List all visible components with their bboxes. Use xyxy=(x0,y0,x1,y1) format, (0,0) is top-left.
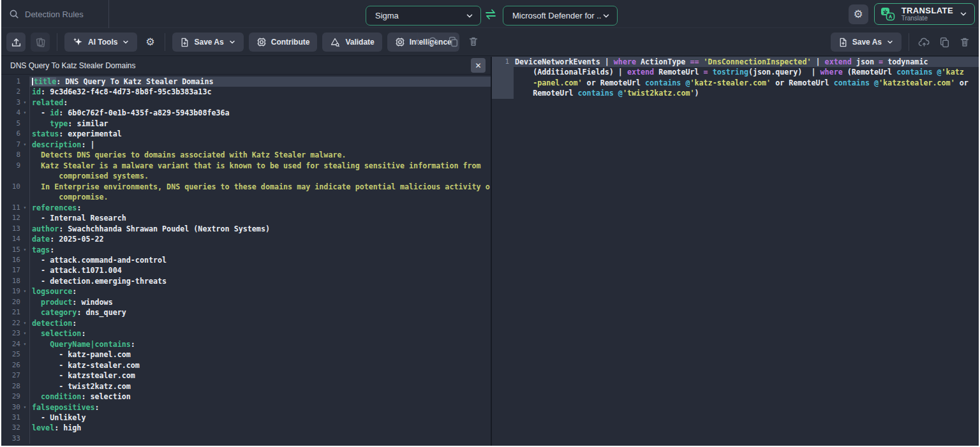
save-as-label: Save As xyxy=(194,38,223,47)
code-line[interactable]: compromise. xyxy=(1,192,491,202)
code-line[interactable]: 7▾description: | xyxy=(1,140,491,150)
code-line[interactable]: compromised systems. xyxy=(1,171,491,181)
ai-tools-button[interactable]: AI Tools xyxy=(64,33,137,52)
code-line[interactable]: (AdditionalFields) | extend RemoteUrl = … xyxy=(492,67,979,77)
code-line[interactable]: 16 - attack.command-and-control xyxy=(1,255,491,265)
toolbar-separator xyxy=(909,33,909,51)
code-line[interactable]: 19▾logsource: xyxy=(1,286,491,297)
code-line[interactable]: 22▾detection: xyxy=(1,318,491,328)
code-line[interactable]: 21 category: dns_query xyxy=(1,307,491,318)
sigma-rule-editor[interactable]: 1title: DNS Query To Katz Stealer Domain… xyxy=(1,75,491,446)
code-text: - katzstealer.com xyxy=(29,370,491,381)
target-platform-select[interactable]: Microsoft Defender for ... xyxy=(503,6,618,26)
chevron-down-icon xyxy=(465,11,474,20)
fold-arrow-icon[interactable]: ▾ xyxy=(20,318,29,328)
delete-button[interactable] xyxy=(957,34,972,50)
fold-gutter xyxy=(20,213,29,223)
code-line[interactable]: 14date: 2025-05-22 xyxy=(1,234,491,244)
line-number xyxy=(492,88,514,98)
code-text: - id: 6b0c762f-0e1b-435f-a829-5943b08fe3… xyxy=(29,108,491,118)
fold-arrow-icon[interactable]: ▾ xyxy=(20,402,29,413)
fold-arrow-icon[interactable]: ▾ xyxy=(20,245,29,255)
code-text: condition: selection xyxy=(29,392,491,402)
settings-button[interactable]: ⚙ xyxy=(849,4,868,24)
code-line[interactable]: 20 product: windows xyxy=(1,297,491,307)
fold-arrow-icon[interactable]: ▾ xyxy=(20,98,29,108)
code-line[interactable]: 1DeviceNetworkEvents | where ActionType … xyxy=(492,57,979,67)
gear-icon: ⚙ xyxy=(854,9,863,20)
cloud-upload-button[interactable] xyxy=(916,34,932,50)
code-line[interactable]: 23▾ selection: xyxy=(1,328,491,339)
validate-button[interactable]: Validate xyxy=(322,33,382,52)
fold-gutter xyxy=(20,434,29,444)
swap-platforms-icon[interactable] xyxy=(483,8,498,21)
line-number: 29 xyxy=(1,392,20,402)
save-as-button-right[interactable]: Save As xyxy=(831,33,902,52)
search-input[interactable]: Detection Rules xyxy=(1,0,109,28)
chevron-down-icon xyxy=(228,38,236,46)
rule-tab-bar: DNS Query To Katz Stealer Domains ✕ xyxy=(1,57,491,75)
fold-arrow-icon[interactable]: ▾ xyxy=(20,286,29,297)
code-text: compromised systems. xyxy=(29,171,491,181)
cloud-upload-button[interactable] xyxy=(425,34,440,49)
code-line[interactable]: 31 - Unlikely xyxy=(1,413,491,423)
fold-gutter xyxy=(20,370,29,381)
contribute-button[interactable]: Contribute xyxy=(249,33,318,52)
translated-query-editor[interactable]: 1DeviceNetworkEvents | where ActionType … xyxy=(492,57,979,446)
documents-button[interactable] xyxy=(31,33,50,52)
code-line[interactable]: 17 - attack.t1071.004 xyxy=(1,265,491,275)
delete-button[interactable] xyxy=(466,34,481,49)
code-line[interactable]: 3▾related: xyxy=(1,98,491,108)
close-rule-button[interactable]: ✕ xyxy=(471,58,486,73)
code-line[interactable]: 2id: 9c3d6e32-f4c8-4d73-8b8f-95c3b383a13… xyxy=(1,87,491,97)
code-line[interactable]: 18 - detection.emerging-threats xyxy=(1,276,491,286)
code-line[interactable]: 30▾falsepositives: xyxy=(1,402,491,413)
chip-icon xyxy=(256,37,267,47)
fold-arrow-icon[interactable]: ▾ xyxy=(20,328,29,339)
fold-arrow-icon[interactable]: ▾ xyxy=(20,203,29,213)
copy-button[interactable] xyxy=(445,34,461,49)
line-number: 14 xyxy=(1,234,20,244)
save-as-button-left[interactable]: Save As xyxy=(172,33,243,52)
copy-button[interactable] xyxy=(937,34,952,50)
editor-settings-button[interactable]: ⚙ xyxy=(142,34,158,50)
target-platform-value: Microsoft Defender for ... xyxy=(512,11,602,20)
code-line[interactable]: 33 xyxy=(1,434,491,444)
code-text: logsource: xyxy=(29,286,491,297)
code-line[interactable]: 28 - twist2katz.com xyxy=(1,381,491,392)
code-line[interactable]: 32level: high xyxy=(1,423,491,433)
top-bar: Detection Rules Sigma Microsoft Defender… xyxy=(1,0,979,28)
code-line[interactable]: 13author: Swachchhanda Shrawan Poudel (N… xyxy=(1,224,491,234)
code-line[interactable]: 10 In Enterprise environments, DNS queri… xyxy=(1,182,491,192)
code-line[interactable]: 4▾ - id: 6b0c762f-0e1b-435f-a829-5943b08… xyxy=(1,108,491,118)
code-line[interactable]: 6status: experimental xyxy=(1,129,491,139)
code-line[interactable]: 24▾ QueryName|contains: xyxy=(1,339,491,349)
translate-button[interactable]: TRANSLATE Translate xyxy=(874,3,975,25)
fold-arrow-icon[interactable]: ▾ xyxy=(20,108,29,118)
fold-arrow-icon[interactable]: ▾ xyxy=(20,339,29,349)
code-line[interactable]: 27 - katzstealer.com xyxy=(1,370,491,381)
code-line[interactable]: 1title: DNS Query To Katz Stealer Domain… xyxy=(1,77,491,87)
code-line[interactable]: 29 condition: selection xyxy=(1,392,491,402)
code-line[interactable]: RemoteUrl contains @'twist2katz.com') xyxy=(492,88,979,98)
fold-gutter xyxy=(20,349,29,360)
upload-button[interactable] xyxy=(6,33,26,52)
code-line[interactable]: 12 - Internal Research xyxy=(1,213,491,223)
chevron-down-icon xyxy=(122,38,130,46)
trash-icon xyxy=(468,36,479,47)
toolbar-separator xyxy=(165,33,165,51)
code-line[interactable]: 9 Katz Stealer is a malware variant that… xyxy=(1,161,491,171)
code-text: date: 2025-05-22 xyxy=(29,234,491,244)
code-line[interactable]: 8 Detects DNS queries to domains associa… xyxy=(1,150,491,160)
line-number: 15 xyxy=(1,245,20,255)
code-line[interactable]: 25 - katz-panel.com xyxy=(1,349,491,360)
code-line[interactable]: 5 type: similar xyxy=(1,119,491,129)
source-platform-select[interactable]: Sigma xyxy=(366,6,481,26)
fold-arrow-icon[interactable]: ▾ xyxy=(20,140,29,150)
line-number: 21 xyxy=(1,307,20,318)
code-line[interactable]: 11▾references: xyxy=(1,203,491,213)
code-line[interactable]: -panel.com' or RemoteUrl contains @'katz… xyxy=(492,78,979,88)
code-line[interactable]: 15▾tags: xyxy=(1,245,491,255)
code-text: type: similar xyxy=(29,119,491,129)
code-line[interactable]: 26 - katz-stealer.com xyxy=(1,360,491,370)
